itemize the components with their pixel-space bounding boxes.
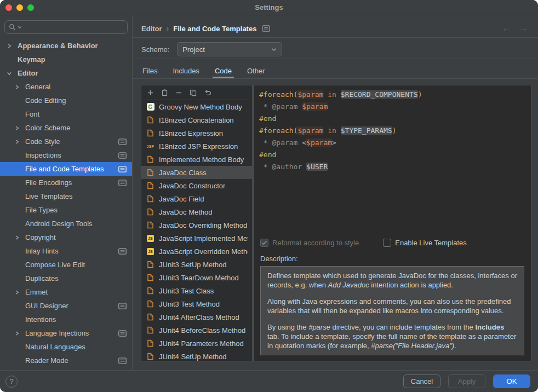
template-item-javadoc-class[interactable]: JavaDoc Class [141, 166, 252, 179]
checkbox-checked-icon [260, 239, 268, 247]
chevron-right-icon[interactable] [7, 43, 18, 49]
sidebar-item-compose-live-edit[interactable]: Compose Live Edit [0, 258, 132, 272]
duplicate-template-icon[interactable] [190, 89, 197, 96]
copy-template-icon[interactable] [161, 89, 168, 96]
template-item-label: JavaDoc Constructor [159, 182, 225, 190]
close-button[interactable] [5, 4, 12, 11]
sidebar-item-inlay-hints[interactable]: Inlay Hints [0, 244, 132, 258]
template-icon [146, 182, 155, 189]
description-panel[interactable]: Defines template which used to generate … [260, 266, 524, 355]
sidebar-item-editor[interactable]: Editor [0, 66, 132, 80]
chevron-right-icon[interactable] [14, 139, 25, 145]
tab-other[interactable]: Other [239, 64, 273, 78]
minimize-button[interactable] [16, 4, 23, 11]
template-item-javadoc-field[interactable]: JavaDoc Field [141, 192, 252, 205]
template-item-label: I18nized Expression [159, 129, 223, 137]
sidebar-item-file-types[interactable]: File Types [0, 203, 132, 217]
sidebar-item-gui-designer[interactable]: GUI Designer [0, 299, 132, 313]
jsp-icon: JSP [146, 145, 155, 148]
sidebar-item-code-style[interactable]: Code Style [0, 135, 132, 148]
sidebar-item-font[interactable]: Font [0, 107, 132, 121]
add-template-icon[interactable] [147, 89, 154, 96]
chevron-down-icon [271, 48, 277, 51]
chevron-right-icon[interactable] [14, 290, 25, 295]
sidebar-item-label: File Types [25, 206, 132, 214]
tab-code[interactable]: Code [207, 64, 239, 78]
sidebar-item-label: General [25, 83, 132, 91]
sidebar-item-color-scheme[interactable]: Color Scheme [0, 121, 132, 135]
template-item-junit4-beforeclass-method[interactable]: JUnit4 BeforeClass Method [141, 324, 252, 337]
sidebar-item-label: Editor [18, 69, 132, 77]
chevron-right-icon[interactable] [14, 331, 25, 336]
sidebar-item-appearance-behavior[interactable]: Appearance & Behavior [0, 39, 132, 53]
template-item-groovy-new-method-body[interactable]: GGroovy New Method Body [141, 100, 252, 113]
remove-template-icon[interactable] [175, 89, 182, 96]
sidebar-item-emmet[interactable]: Emmet [0, 285, 132, 299]
template-icon [146, 339, 155, 347]
sidebar-item-label: Keymap [18, 55, 132, 64]
apply-button[interactable]: Apply [448, 374, 485, 388]
sidebar-item-code-editing[interactable]: Code Editing [0, 94, 132, 107]
zoom-button[interactable] [27, 4, 34, 11]
cancel-button[interactable]: Cancel [403, 374, 440, 388]
template-item-junit4-afterclass-method[interactable]: JUnit4 AfterClass Method [141, 310, 252, 324]
code-line: #end [259, 113, 531, 125]
sidebar-item-natural-languages[interactable]: Natural Languages [0, 340, 132, 354]
template-item-junit3-test-class[interactable]: JUnit3 Test Class [141, 284, 252, 297]
sidebar-item-inspections[interactable]: Inspections [0, 148, 132, 162]
search-input[interactable] [24, 22, 123, 32]
breadcrumb-root[interactable]: Editor [141, 25, 162, 33]
template-item-junit4-setup-method[interactable]: JUnit4 SetUp Method [141, 350, 252, 361]
template-item-javadoc-constructor[interactable]: JavaDoc Constructor [141, 179, 252, 192]
sidebar-item-general[interactable]: General [0, 80, 132, 94]
tab-includes[interactable]: Includes [165, 64, 207, 78]
scheme-dropdown[interactable]: Project [177, 42, 282, 56]
chevron-right-icon[interactable] [14, 235, 25, 240]
sidebar-item-android-design-tools[interactable]: Android Design Tools [0, 217, 132, 230]
settings-sync-icon [118, 248, 127, 255]
js-icon: JS [146, 235, 155, 242]
settings-search-box[interactable] [4, 20, 128, 34]
template-item-implemented-method-body[interactable]: Implemented Method Body [141, 153, 252, 166]
template-item-javascript-implemented-met[interactable]: JSJavaScript Implemented Met [141, 232, 252, 245]
template-item-junit3-setup-method[interactable]: JUnit3 SetUp Method [141, 258, 252, 271]
checkbox-unchecked-icon[interactable] [383, 239, 391, 247]
ok-button[interactable]: OK [493, 374, 530, 388]
tab-files[interactable]: Files [135, 64, 165, 78]
reset-to-default-icon[interactable] [204, 89, 211, 96]
help-button[interactable]: ? [5, 376, 18, 388]
template-item-i18nized-concatenation[interactable]: I18nized Concatenation [141, 113, 252, 126]
sidebar-item-reader-mode[interactable]: Reader Mode [0, 354, 132, 367]
sidebar-item-language-injections[interactable]: Language Injections [0, 326, 132, 340]
live-templates-checkbox[interactable]: Enable Live Templates [383, 239, 467, 247]
template-item-i18nized-expression[interactable]: I18nized Expression [141, 126, 252, 140]
template-item-junit3-teardown-method[interactable]: JUnit3 TearDown Method [141, 271, 252, 284]
template-icon [146, 221, 155, 229]
template-item-junit4-parameters-method[interactable]: JUnit4 Parameters Method [141, 337, 252, 350]
template-item-javascript-overridden-metho[interactable]: JSJavaScript Overridden Metho [141, 245, 252, 258]
forward-icon[interactable]: → [519, 22, 528, 35]
chevron-down-icon[interactable] [7, 71, 18, 76]
template-icon [146, 195, 155, 203]
code-editor[interactable]: #foreach($param in $RECORD_COMPONENTS) *… [254, 85, 531, 234]
sidebar-item-label: Inspections [25, 151, 118, 159]
sidebar-item-intentions[interactable]: Intentions [0, 313, 132, 326]
sidebar-item-live-templates[interactable]: Live Templates [0, 189, 132, 203]
template-detail-panel: #foreach($param in $RECORD_COMPONENTS) *… [253, 85, 531, 361]
sidebar-item-copyright[interactable]: Copyright [0, 230, 132, 244]
titlebar: Settings [0, 0, 538, 15]
back-icon[interactable]: ← [502, 22, 511, 35]
template-icon [146, 300, 155, 308]
sidebar-item-file-and-code-templates[interactable]: File and Code Templates [0, 162, 132, 176]
sidebar-item-label: Code Editing [25, 96, 132, 105]
sidebar-item-keymap[interactable]: Keymap [0, 53, 132, 66]
template-item-i18nized-jsp-expression[interactable]: JSPI18nized JSP Expression [141, 140, 252, 153]
sidebar-item-file-encodings[interactable]: File Encodings [0, 176, 132, 189]
template-item-junit3-test-method[interactable]: JUnit3 Test Method [141, 297, 252, 310]
chevron-right-icon[interactable] [14, 125, 25, 131]
template-item-javadoc-method[interactable]: JavaDoc Method [141, 205, 252, 218]
sidebar-item-duplicates[interactable]: Duplicates [0, 272, 132, 285]
template-item-javadoc-overriding-method[interactable]: JavaDoc Overriding Method [141, 218, 252, 232]
search-history-chevron-icon[interactable] [18, 26, 22, 29]
chevron-right-icon[interactable] [14, 84, 25, 90]
